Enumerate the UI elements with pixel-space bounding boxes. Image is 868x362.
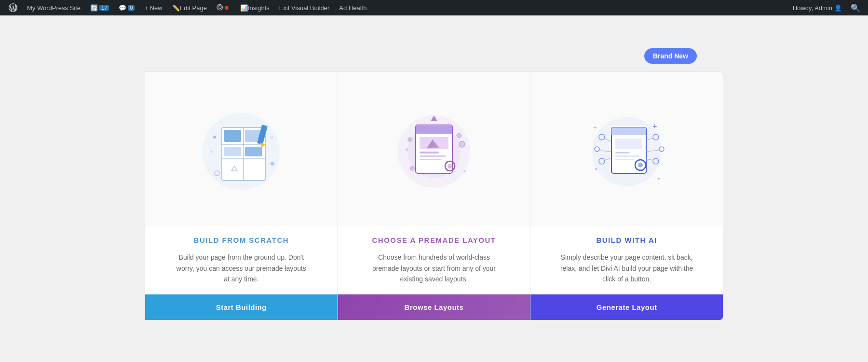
user-greeting: Howdy, Admin (793, 4, 832, 12)
divi-icon: Ⓓ (217, 3, 223, 12)
comment-count: 0 (128, 5, 135, 11)
start-building-button[interactable]: Start Building (145, 294, 338, 320)
scratch-illustration: + × (145, 72, 338, 226)
premade-title: CHOOSE A PREMADE LAYOUT (372, 236, 496, 244)
browse-layouts-button[interactable]: Browse Layouts (338, 294, 530, 320)
user-greeting-item[interactable]: Howdy, Admin 👤 (788, 0, 847, 15)
site-name-item[interactable]: My WordPress Site (22, 0, 85, 15)
scratch-body: BUILD FROM SCRATCH Build your page from … (154, 226, 328, 294)
new-item[interactable]: + New (139, 0, 167, 15)
svg-point-11 (213, 136, 216, 139)
svg-text:×: × (405, 146, 408, 153)
build-with-ai-card: + + ✦ ✦ BUILD WITH AI Simply describe yo… (530, 71, 723, 320)
svg-rect-42 (615, 152, 630, 153)
scratch-desc: Build your page from the ground up. Don'… (174, 252, 309, 284)
site-name: My WordPress Site (27, 4, 81, 12)
svg-rect-7 (224, 147, 241, 156)
svg-rect-8 (245, 147, 262, 156)
svg-text:✦: ✦ (594, 167, 598, 172)
svg-point-29 (448, 164, 452, 168)
svg-point-13 (215, 171, 219, 176)
ad-health-label: Ad Health (339, 4, 366, 12)
svg-text:×: × (463, 168, 466, 175)
scratch-svg: + × (188, 96, 294, 202)
svg-rect-25 (420, 152, 439, 153)
divi-item[interactable]: Ⓓ (212, 0, 235, 15)
insights-item[interactable]: 📊 Insights (235, 0, 274, 15)
premade-svg: × × (381, 96, 487, 202)
main-content: Brand New (0, 15, 868, 362)
comment-icon: 💬 (119, 4, 126, 12)
svg-text:✦: ✦ (657, 176, 661, 181)
ai-body: BUILD WITH AI Simply describe your page … (540, 226, 714, 294)
insights-label: Insights (248, 4, 270, 12)
build-from-scratch-card: + × BUILD FROM SCRATCH Build your page f… (145, 71, 338, 320)
updates-icon: 🔄 (90, 4, 98, 12)
premade-layout-card: × × CHOOSE A PREMADE LAYOUT Choose from … (338, 71, 530, 320)
new-label: + New (144, 4, 162, 12)
ai-svg: + + ✦ ✦ (574, 96, 680, 202)
edit-page-item[interactable]: ✏️ Edit Page (167, 0, 212, 15)
svg-text:+: + (593, 124, 597, 131)
svg-point-46 (638, 163, 643, 167)
scratch-title: BUILD FROM SCRATCH (194, 236, 289, 244)
svg-rect-41 (615, 139, 642, 149)
admin-bar: My WordPress Site 🔄 17 💬 0 + New ✏️ Edit… (0, 0, 868, 15)
ai-illustration: + + ✦ ✦ (530, 72, 723, 226)
premade-desc: Choose from hundreds of world-class prem… (366, 252, 502, 284)
bar-chart-icon: 📊 (240, 4, 248, 12)
svg-point-12 (271, 162, 274, 166)
svg-point-30 (407, 137, 412, 142)
red-dot-indicator (225, 6, 229, 10)
svg-rect-40 (611, 133, 646, 135)
edit-icon: ✏️ (172, 4, 180, 12)
ad-health-item[interactable]: Ad Health (334, 0, 371, 15)
svg-rect-43 (615, 155, 639, 157)
svg-rect-27 (420, 159, 441, 160)
exit-builder-label: Exit Visual Builder (279, 4, 330, 12)
svg-text:×: × (270, 134, 273, 141)
svg-rect-26 (420, 155, 446, 157)
comments-item[interactable]: 💬 0 (114, 0, 139, 15)
svg-point-32 (410, 167, 414, 170)
svg-text:+: + (210, 148, 214, 155)
premade-illustration: × × (338, 72, 530, 226)
updates-item[interactable]: 🔄 17 (85, 0, 114, 15)
svg-rect-44 (615, 159, 635, 160)
premade-body: CHOOSE A PREMADE LAYOUT Choose from hund… (347, 226, 521, 294)
svg-point-31 (459, 141, 465, 147)
generate-layout-button[interactable]: Generate Layout (530, 294, 723, 320)
wp-logo-item[interactable] (4, 0, 22, 15)
avatar-icon: 👤 (834, 4, 842, 12)
edit-page-label: Edit Page (180, 4, 207, 12)
wordpress-icon (9, 3, 17, 12)
svg-rect-5 (224, 130, 241, 142)
search-button[interactable]: 🔍 (847, 3, 864, 13)
admin-bar-right: Howdy, Admin 👤 🔍 (788, 0, 864, 15)
exit-builder-item[interactable]: Exit Visual Builder (274, 0, 335, 15)
ai-title: BUILD WITH AI (596, 236, 657, 244)
ai-desc: Simply describe your page content, sit b… (559, 252, 694, 284)
svg-text:+: + (652, 122, 657, 130)
update-count: 17 (99, 5, 109, 11)
svg-rect-21 (416, 132, 452, 134)
cards-container: Brand New (145, 71, 723, 320)
brand-new-badge: Brand New (644, 48, 697, 64)
